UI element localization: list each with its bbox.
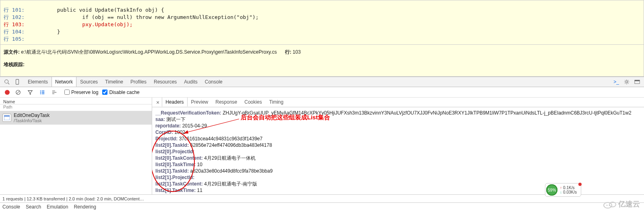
svg-rect-11 bbox=[42, 90, 44, 91]
code-line: } bbox=[32, 29, 60, 35]
svg-point-24 bbox=[609, 205, 610, 206]
notification-dot-icon bbox=[578, 183, 582, 186]
drawer-tab-rendering[interactable]: Rendering bbox=[74, 204, 96, 210]
drawer-tab-search[interactable]: Search bbox=[26, 204, 41, 210]
disable-cache-label[interactable]: Disable cache bbox=[109, 90, 139, 95]
annotation-text: 后台会自动把这些组装成List集合 bbox=[241, 114, 330, 121]
drawer-tabs: Console Search Emulation Rendering bbox=[0, 202, 644, 211]
request-name: EditOneDayTask bbox=[14, 113, 50, 118]
stack-trace-label: 堆栈跟踪: bbox=[0, 59, 644, 77]
svg-rect-13 bbox=[42, 93, 44, 94]
devtools-tabbar: Elements Network Sources Timeline Profil… bbox=[0, 77, 644, 87]
form-value: 10 bbox=[197, 162, 202, 167]
svg-line-7 bbox=[17, 91, 20, 94]
svg-rect-9 bbox=[40, 92, 41, 93]
svg-point-21 bbox=[604, 202, 612, 208]
request-detail-pane: × Headers Preview Response Cookies Timin… bbox=[152, 98, 644, 194]
line-number: 行 104: bbox=[4, 29, 25, 35]
svg-point-3 bbox=[625, 81, 627, 83]
code-line: if (obj == null) throw new ArgumentNullE… bbox=[32, 14, 259, 20]
preserve-log-label[interactable]: Preserve log bbox=[71, 90, 98, 95]
request-row[interactable]: EditOneDayTask /TaskInfo/Task bbox=[0, 111, 152, 125]
svg-point-0 bbox=[5, 80, 8, 83]
form-value: 62856e724eff474096db3ba483ef4178 bbox=[190, 142, 272, 148]
drawer-tab-emulation[interactable]: Emulation bbox=[47, 204, 68, 210]
annotation-ellipse bbox=[152, 131, 195, 192]
svg-rect-8 bbox=[40, 90, 41, 91]
hide-overview-icon[interactable] bbox=[51, 89, 58, 96]
tab-elements[interactable]: Elements bbox=[24, 77, 52, 87]
svg-marker-20 bbox=[184, 130, 188, 133]
settings-gear-icon[interactable] bbox=[623, 78, 630, 85]
tab-resources[interactable]: Resources bbox=[150, 77, 180, 87]
tab-response[interactable]: Response bbox=[212, 98, 241, 107]
form-value: 测试一下 bbox=[166, 117, 186, 122]
download-speed: 0.03K/s bbox=[563, 190, 577, 194]
svg-rect-5 bbox=[635, 80, 640, 81]
tab-profiles[interactable]: Profiles bbox=[127, 77, 150, 87]
svg-rect-18 bbox=[4, 115, 10, 117]
form-value: 4月29日航通电子一体机 bbox=[204, 155, 256, 161]
device-mode-icon[interactable] bbox=[14, 78, 21, 85]
line-number-value: 103 bbox=[293, 49, 301, 55]
record-icon[interactable] bbox=[5, 90, 10, 95]
form-key: saa: bbox=[155, 117, 165, 122]
column-name[interactable]: Name bbox=[3, 99, 15, 104]
request-list-pane: Name Path EditOneDayTask /TaskInfo/Task bbox=[0, 98, 152, 194]
form-key: reportdate: bbox=[155, 123, 181, 129]
line-number: 行 105: bbox=[4, 36, 25, 42]
tab-sources[interactable]: Sources bbox=[76, 77, 101, 87]
svg-line-1 bbox=[8, 83, 10, 85]
tab-timing[interactable]: Timing bbox=[266, 98, 287, 107]
watermark: 亿速云 bbox=[603, 199, 640, 209]
drawer-tab-console[interactable]: Console bbox=[2, 204, 20, 210]
tab-headers[interactable]: Headers bbox=[162, 98, 187, 107]
form-key: __RequestVerificationToken: bbox=[155, 110, 221, 116]
svg-point-23 bbox=[607, 205, 608, 206]
network-speed-badge[interactable]: 59% ↑ 0.1K/s ↓ 0.03K/s bbox=[545, 183, 581, 197]
line-number: 行 101: bbox=[4, 7, 25, 13]
document-icon bbox=[2, 114, 11, 122]
drawer-toggle-icon[interactable]: >_ bbox=[613, 78, 620, 85]
source-file-path: e:\航通北斗\北斗代码\SVN\全部\08WorkLog\src\WorkLo… bbox=[21, 49, 277, 55]
filter-icon[interactable] bbox=[27, 89, 34, 96]
line-number: 行 102: bbox=[4, 14, 25, 20]
svg-rect-12 bbox=[42, 92, 44, 93]
form-value: 4月29日航通电子-南宁版 bbox=[204, 181, 257, 187]
form-data-section: 后台会自动把这些组装成List集合 __RequestVerificationT… bbox=[152, 107, 644, 194]
line-label: 行: bbox=[285, 49, 291, 55]
network-toolbar: Preserve log Disable cache bbox=[0, 87, 644, 98]
form-value: 11 bbox=[197, 188, 202, 193]
view-icon[interactable] bbox=[39, 89, 46, 96]
svg-rect-10 bbox=[40, 93, 41, 94]
form-value: 37c6161bcea44c94831c963d3f1439e7 bbox=[179, 136, 263, 142]
disable-cache-checkbox[interactable] bbox=[102, 90, 107, 95]
line-number: 行 103: bbox=[4, 21, 25, 27]
close-icon[interactable]: × bbox=[154, 99, 162, 106]
request-path: /TaskInfo/Task bbox=[14, 118, 50, 123]
dock-icon[interactable] bbox=[634, 78, 641, 85]
preserve-log-checkbox[interactable] bbox=[64, 90, 70, 95]
code-line-highlighted: pxy.Update(obj); bbox=[32, 21, 132, 27]
inspect-icon[interactable] bbox=[3, 78, 10, 85]
svg-rect-2 bbox=[16, 79, 19, 84]
source-code-pane: 行 101: public void Update(TaskInfo obj) … bbox=[0, 0, 644, 45]
cpu-percent: 59% bbox=[546, 184, 557, 196]
source-file-label: 源文件: bbox=[4, 49, 20, 55]
clear-icon[interactable] bbox=[14, 89, 22, 96]
watermark-text: 亿速云 bbox=[618, 199, 640, 209]
annotation-arrow bbox=[184, 118, 240, 134]
svg-line-19 bbox=[185, 119, 239, 133]
svg-point-22 bbox=[609, 202, 616, 207]
code-line: public void Update(TaskInfo obj) { bbox=[32, 7, 164, 13]
tab-cookies[interactable]: Cookies bbox=[241, 98, 265, 107]
tab-audits[interactable]: Audits bbox=[180, 77, 201, 87]
source-file-line: 源文件: e:\航通北斗\北斗代码\SVN\全部\08WorkLog\src\W… bbox=[0, 45, 644, 58]
tab-timeline[interactable]: Timeline bbox=[101, 77, 127, 87]
tab-network[interactable]: Network bbox=[52, 77, 76, 87]
form-value: a820a33e80cd449d8fcc9fa78be3bba9 bbox=[190, 168, 272, 174]
upload-speed: 0.1K/s bbox=[563, 186, 574, 190]
tab-console[interactable]: Console bbox=[201, 77, 226, 87]
tab-preview[interactable]: Preview bbox=[188, 98, 212, 107]
column-path: Path bbox=[3, 104, 12, 109]
